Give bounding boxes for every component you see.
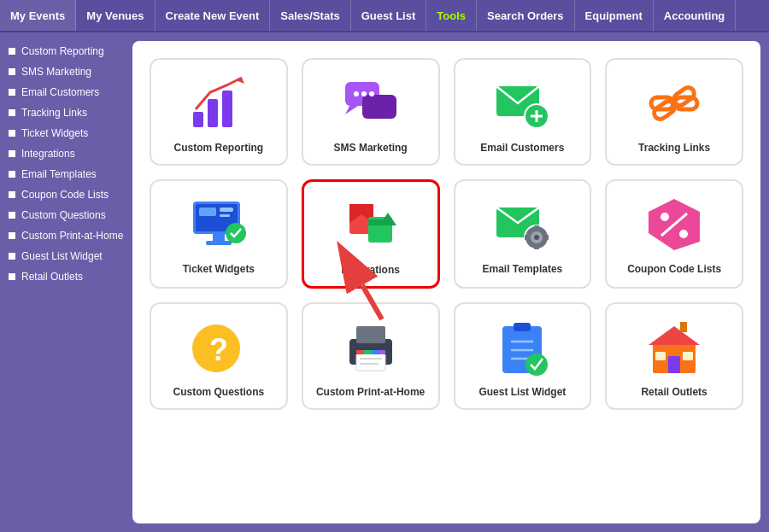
svg-rect-68 [683, 352, 693, 360]
svg-rect-23 [206, 241, 232, 245]
svg-rect-66 [668, 356, 680, 373]
svg-rect-39 [534, 225, 539, 230]
sidebar-item-retail-outlets[interactable]: Retail Outlets [0, 266, 132, 287]
coupon-code-lists-label: Coupon Code Lists [627, 263, 721, 275]
sidebar-label-guest-list-widget: Guest List Widget [21, 250, 103, 262]
svg-marker-10 [345, 106, 358, 114]
bullet-icon [9, 273, 15, 280]
nav-my-venues[interactable]: My Venues [76, 0, 155, 31]
bullet-icon [9, 48, 15, 55]
svg-rect-57 [379, 350, 385, 354]
sidebar-label-retail-outlets: Retail Outlets [21, 271, 83, 283]
top-navigation: My Events My Venues Create New Event Sal… [0, 0, 769, 32]
sidebar-item-ticket-widgets[interactable]: Ticket Widgets [0, 123, 132, 143]
integrations-label: Integrations [341, 264, 400, 276]
sidebar-label-integrations: Integrations [21, 148, 75, 160]
svg-point-45 [679, 230, 688, 238]
svg-point-8 [361, 91, 367, 96]
nav-accounting[interactable]: Accounting [654, 0, 737, 31]
nav-search-orders[interactable]: Search Orders [477, 0, 575, 31]
bullet-icon [9, 253, 15, 260]
sidebar-label-sms-marketing: SMS Marketing [21, 66, 91, 78]
svg-marker-3 [236, 78, 244, 84]
svg-rect-55 [364, 350, 372, 354]
sidebar-label-custom-print-at-home: Custom Print-at-Home [21, 230, 123, 242]
sidebar-item-email-customers[interactable]: Email Customers [0, 82, 132, 102]
tool-card-tracking-links[interactable]: Tracking Links [605, 58, 743, 166]
tool-card-coupon-code-lists[interactable]: Coupon Code Lists [605, 179, 743, 289]
svg-point-9 [369, 91, 374, 96]
custom-reporting-icon [189, 73, 249, 133]
sidebar-item-tracking-links[interactable]: Tracking Links [0, 102, 132, 123]
sidebar-item-custom-reporting[interactable]: Custom Reporting [0, 41, 132, 61]
guest-list-widget-label: Guest List Widget [478, 386, 566, 398]
svg-rect-54 [356, 350, 364, 354]
svg-rect-1 [208, 99, 218, 127]
nav-guest-list[interactable]: Guest List [351, 0, 427, 31]
nav-tools[interactable]: Tools [426, 0, 477, 31]
integrations-icon [341, 196, 401, 255]
sidebar-label-coupon-code-lists: Coupon Code Lists [21, 189, 109, 201]
tool-card-ticket-widgets[interactable]: Ticket Widgets [150, 179, 288, 289]
svg-point-38 [534, 235, 539, 240]
email-customers-icon [492, 73, 552, 133]
email-templates-icon [492, 195, 552, 254]
sidebar-label-ticket-widgets: Ticket Widgets [21, 127, 88, 139]
svg-rect-0 [193, 112, 203, 127]
nav-my-events[interactable]: My Events [0, 0, 76, 31]
tool-card-retail-outlets[interactable]: Retail Outlets [605, 302, 743, 410]
custom-questions-icon: ? [189, 318, 249, 377]
sidebar-label-custom-questions: Custom Questions [21, 209, 106, 221]
svg-rect-51 [356, 354, 385, 371]
nav-sales-stats[interactable]: Sales/Stats [270, 0, 350, 31]
tool-card-custom-reporting[interactable]: Custom Reporting [150, 58, 288, 166]
sidebar: Custom Reporting SMS Marketing Email Cus… [0, 32, 132, 532]
svg-rect-41 [525, 235, 529, 240]
tools-grid: Custom Reporting [150, 58, 743, 410]
sidebar-item-sms-marketing[interactable]: SMS Marketing [0, 61, 132, 82]
coupon-code-lists-icon [644, 195, 704, 254]
sidebar-item-email-templates[interactable]: Email Templates [0, 164, 132, 184]
ticket-widgets-icon [189, 195, 249, 254]
sidebar-label-tracking-links: Tracking Links [21, 107, 87, 119]
svg-rect-40 [534, 245, 539, 249]
bullet-icon [9, 89, 15, 96]
email-customers-label: Email Customers [480, 142, 564, 154]
retail-outlets-icon [644, 318, 704, 377]
sidebar-item-integrations[interactable]: Integrations [0, 143, 132, 164]
custom-print-at-home-label: Custom Print-at-Home [316, 386, 425, 398]
bullet-icon [9, 171, 15, 178]
sidebar-item-coupon-code-lists[interactable]: Coupon Code Lists [0, 184, 132, 205]
svg-line-34 [362, 285, 382, 319]
custom-reporting-label: Custom Reporting [174, 142, 264, 154]
svg-rect-56 [372, 350, 379, 354]
svg-rect-25 [220, 208, 233, 212]
svg-rect-26 [220, 214, 230, 217]
nav-create-new-event[interactable]: Create New Event [156, 0, 271, 31]
tool-card-custom-questions[interactable]: ? Custom Questions [150, 302, 288, 410]
sidebar-item-custom-print-at-home[interactable]: Custom Print-at-Home [0, 225, 132, 246]
bullet-icon [9, 212, 15, 219]
sidebar-label-custom-reporting: Custom Reporting [21, 45, 104, 57]
tool-card-integrations[interactable]: Integrations [302, 179, 440, 289]
tool-card-email-templates[interactable]: Email Templates [454, 179, 592, 289]
guest-list-widget-icon [492, 318, 552, 377]
bullet-icon [9, 232, 15, 239]
svg-rect-69 [680, 322, 687, 332]
svg-rect-22 [213, 234, 225, 241]
retail-outlets-label: Retail Outlets [641, 386, 707, 398]
svg-marker-65 [649, 326, 700, 345]
nav-equipment[interactable]: Equipment [575, 0, 654, 31]
main-layout: Custom Reporting SMS Marketing Email Cus… [0, 32, 769, 532]
svg-rect-6 [362, 95, 396, 119]
sidebar-item-custom-questions[interactable]: Custom Questions [0, 205, 132, 225]
svg-rect-42 [544, 235, 549, 240]
svg-point-7 [354, 91, 359, 96]
tool-card-sms-marketing[interactable]: SMS Marketing [302, 58, 440, 166]
tool-card-guest-list-widget[interactable]: Guest List Widget [454, 302, 592, 410]
sms-marketing-icon [341, 73, 401, 133]
tool-card-email-customers[interactable]: Email Customers [454, 58, 592, 166]
svg-rect-50 [356, 326, 385, 343]
sidebar-item-guest-list-widget[interactable]: Guest List Widget [0, 246, 132, 266]
email-templates-label: Email Templates [482, 263, 562, 275]
